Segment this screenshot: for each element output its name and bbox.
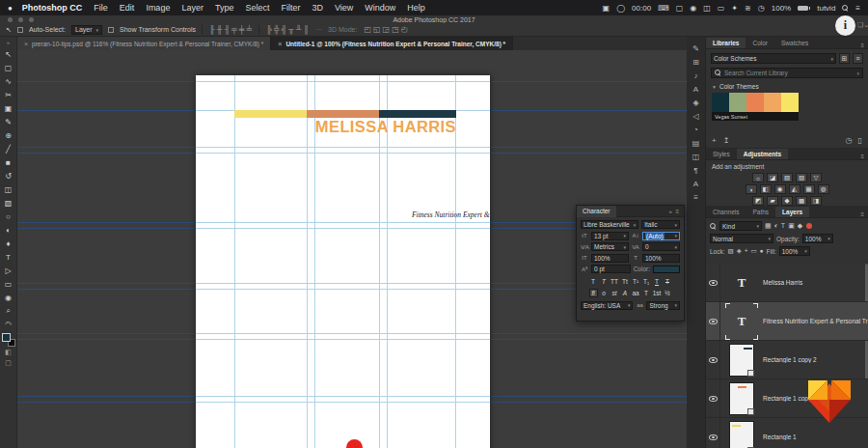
vertical-scale-field[interactable]: 100% xyxy=(591,254,629,263)
gradient-map-icon[interactable]: ▩ xyxy=(796,196,807,206)
hand-tool[interactable]: ◉ xyxy=(0,291,16,304)
snapshot-icon[interactable]: ◁ xyxy=(692,112,698,121)
wifi-icon[interactable]: ≋ xyxy=(745,4,751,13)
adjustments-panel-menu-icon[interactable]: ≡ xyxy=(860,154,868,159)
hue-saturation-icon[interactable]: ◑ xyxy=(746,184,757,194)
character-panel-menu-icon[interactable]: » ≡ xyxy=(668,209,684,214)
filter-type-icon-0[interactable]: ▦ xyxy=(765,222,772,230)
apple-menu-icon[interactable]: ● xyxy=(8,4,13,13)
eye-icon[interactable] xyxy=(709,434,718,440)
menu-item-image[interactable]: Image xyxy=(146,3,170,13)
layer-thumbnail[interactable]: T xyxy=(720,303,763,340)
align-icon-0[interactable]: ╟ xyxy=(209,25,215,34)
menu-item-edit[interactable]: Edit xyxy=(120,3,135,13)
shape-tool[interactable]: ▭ xyxy=(0,277,16,291)
distribute-icon-4[interactable]: ╨ xyxy=(296,25,302,34)
canvas[interactable]: MELISSA HARRIS Fitness Nutrition Expert … xyxy=(196,75,490,448)
character-panel-tab[interactable]: Character xyxy=(577,206,616,217)
eye-icon[interactable] xyxy=(709,396,718,402)
marquee-tool[interactable]: ▢ xyxy=(0,61,16,74)
menu-item-view[interactable]: View xyxy=(335,3,353,13)
align-icon-3[interactable]: ╤ xyxy=(231,25,237,34)
opacity-field[interactable]: 100%▾ xyxy=(802,234,833,243)
trash-icon[interactable]: ▯ xyxy=(858,136,862,145)
brightness-contrast-icon[interactable]: ☼ xyxy=(752,173,764,182)
photo-filter-icon[interactable]: ◭ xyxy=(789,184,800,194)
paragraph-styles-icon[interactable]: ≡ xyxy=(693,193,698,202)
info-icon[interactable]: ◔ xyxy=(693,126,698,134)
libraries-tab-libraries[interactable]: Libraries xyxy=(706,38,746,48)
histogram-icon[interactable]: ▤ xyxy=(692,139,700,148)
font-style-dropdown[interactable]: Italic▾ xyxy=(641,220,680,229)
record-icon[interactable]: ◉ xyxy=(690,4,696,13)
faux-italic-button[interactable]: T xyxy=(600,277,609,286)
menu-item-file[interactable]: File xyxy=(94,3,108,13)
menu-item-window[interactable]: Window xyxy=(365,3,395,13)
upload-icon[interactable]: ↥ xyxy=(723,136,730,145)
eye-icon[interactable] xyxy=(709,319,718,324)
document-tab-0[interactable]: ×preran-10-tips.psd @ 116% (Fitness Nutr… xyxy=(17,37,271,50)
guide-horizontal[interactable] xyxy=(196,147,490,148)
layers-tab-paths[interactable]: Paths xyxy=(746,207,775,217)
theme-swatch-1[interactable] xyxy=(729,93,746,112)
sync-icon[interactable]: ◷ xyxy=(846,136,853,145)
screen-record-icon[interactable]: ▣ xyxy=(603,4,610,13)
lock-icon-2[interactable]: + xyxy=(745,247,748,255)
timer-icon[interactable]: ◯ xyxy=(616,4,625,13)
theme-swatch-3[interactable] xyxy=(764,93,781,112)
superscript-button[interactable]: T¹ xyxy=(632,277,640,286)
brush-settings-icon[interactable]: ✎ xyxy=(692,44,699,53)
list-view-button[interactable]: ≡ xyxy=(853,53,863,64)
guide-horizontal[interactable] xyxy=(196,222,490,223)
pen-tool[interactable]: ♦ xyxy=(0,237,16,250)
blur-tool[interactable]: ○ xyxy=(0,210,16,223)
transform-handle[interactable] xyxy=(725,335,730,340)
display-icon[interactable]: ▭ xyxy=(718,4,725,13)
spotlight-icon[interactable] xyxy=(842,5,849,12)
visibility-cell[interactable] xyxy=(706,379,720,418)
exposure-icon[interactable]: ▨ xyxy=(796,173,807,182)
color-theme-item[interactable]: Vegas Sunset xyxy=(712,93,799,121)
distribute-icon-1[interactable]: ╬ xyxy=(274,25,280,34)
lock-icon-4[interactable]: ● xyxy=(760,247,764,255)
guide-horizontal[interactable] xyxy=(196,396,490,397)
eye-icon[interactable] xyxy=(709,357,718,363)
control-center-icon[interactable]: ≡ xyxy=(855,4,860,13)
guide-horizontal[interactable] xyxy=(196,283,490,284)
filter-type-icon-2[interactable]: T xyxy=(781,222,785,230)
filter-type-icon-4[interactable]: ◆ xyxy=(798,222,802,230)
black-white-icon[interactable]: ◉ xyxy=(774,184,786,194)
lock-icon-0[interactable]: ▧ xyxy=(728,247,734,255)
app-menu-name[interactable]: Photoshop CC xyxy=(22,3,83,13)
leading-field[interactable]: (Auto)▾ xyxy=(642,232,680,240)
posterize-icon[interactable]: ▰ xyxy=(767,196,778,206)
fractions-button[interactable]: ½ xyxy=(664,289,672,297)
crop-tool[interactable]: ▣ xyxy=(0,101,16,115)
layer-row[interactable]: TFitness Nutrition Expert & Personal Tra… xyxy=(706,302,868,341)
document-tab-1[interactable]: ×Untitled-1 @ 100% (Fitness Nutrition Ex… xyxy=(271,37,513,50)
align-icon-5[interactable]: ╧ xyxy=(246,25,252,34)
anti-alias-dropdown[interactable]: Strong▾ xyxy=(646,301,680,310)
filter-kind-dropdown[interactable]: Kind▾ xyxy=(719,221,762,231)
layers-tab-channels[interactable]: Channels xyxy=(706,207,746,217)
healing-brush-tool[interactable]: ⊕ xyxy=(0,128,16,142)
notes-icon[interactable]: ♪ xyxy=(694,71,698,80)
layers-panel-menu-icon[interactable]: ≡ xyxy=(860,211,868,217)
ordinal-button[interactable]: 1st xyxy=(653,289,662,297)
lock-icon-1[interactable]: ◈ xyxy=(737,247,742,255)
discretionary-ligatures-button[interactable]: st xyxy=(610,289,619,297)
channel-mixer-icon[interactable]: ▦ xyxy=(803,184,815,194)
menu-item-layer[interactable]: Layer xyxy=(181,3,203,13)
brush-tool[interactable]: ╱ xyxy=(0,142,16,155)
titling-alternates-button[interactable]: T xyxy=(642,289,651,297)
keyboard-icon[interactable]: ⌨ xyxy=(658,4,669,13)
lasso-tool[interactable]: ∿ xyxy=(0,74,16,88)
guide-horizontal[interactable] xyxy=(196,402,490,403)
auto-select-checkbox[interactable] xyxy=(17,27,23,33)
color-themes-section[interactable]: ▼ Color Themes xyxy=(712,83,863,90)
navy-bar[interactable] xyxy=(379,110,456,118)
visibility-cell[interactable] xyxy=(706,264,720,302)
align-icon-4[interactable]: ╪ xyxy=(239,25,245,34)
canvas-red-dot[interactable] xyxy=(346,439,363,448)
text-color-swatch[interactable] xyxy=(653,266,680,273)
